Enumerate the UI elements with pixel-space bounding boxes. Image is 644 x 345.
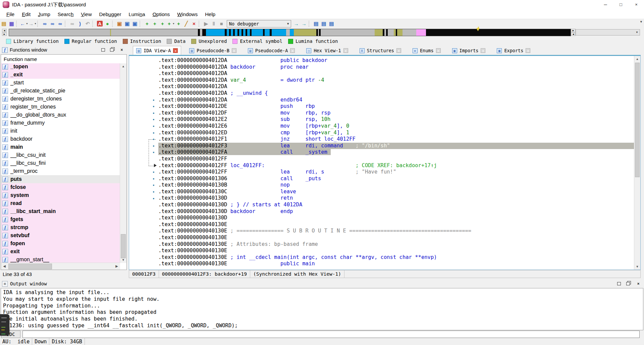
scroll-right-icon[interactable]: ▶ bbox=[113, 263, 120, 270]
function-row[interactable]: f__libc_start_main bbox=[1, 207, 120, 215]
tab-close-icon[interactable]: × bbox=[173, 48, 178, 53]
stop-process-icon[interactable]: ■ bbox=[218, 20, 225, 27]
menu-help[interactable]: Help bbox=[201, 10, 219, 18]
start-process-icon[interactable]: ▶ bbox=[202, 20, 210, 27]
search-text-icon[interactable]: ∞ bbox=[41, 20, 49, 27]
navigate-forward-icon[interactable]: →▼ bbox=[28, 20, 37, 27]
command-line-input[interactable] bbox=[22, 331, 640, 338]
cascade-windows-icon[interactable]: ▣ bbox=[131, 20, 139, 27]
function-row[interactable]: f__gmon_start__ bbox=[1, 256, 120, 263]
function-row[interactable]: f__libc_csu_init bbox=[1, 151, 120, 159]
tab-hex-view-1[interactable]: ○Hex View-1× bbox=[303, 46, 351, 55]
tab-close-icon[interactable]: × bbox=[436, 48, 441, 53]
function-row[interactable]: f_exit bbox=[1, 71, 120, 79]
add-bookmark-icon[interactable]: + bbox=[175, 20, 182, 27]
band-scroll-right-icon[interactable]: ▶ bbox=[2, 32, 7, 36]
disassembly-vertical-scrollbar[interactable]: ▲ ▼ bbox=[634, 56, 640, 270]
search-immediate-icon[interactable]: ∞ bbox=[56, 20, 64, 27]
function-row[interactable]: fread bbox=[1, 199, 120, 207]
scroll-down-icon[interactable]: ▼ bbox=[120, 257, 126, 263]
jump-crescent-icon[interactable]: ) bbox=[76, 20, 84, 27]
minimize-button[interactable]: ─ bbox=[598, 0, 613, 9]
create-function-icon[interactable]: + bbox=[143, 20, 151, 27]
edit-item-icon[interactable]: ╱ bbox=[182, 20, 190, 27]
maximize-button[interactable]: □ bbox=[613, 0, 629, 9]
function-row[interactable]: fregister_tm_clones bbox=[1, 103, 120, 111]
function-row[interactable]: f__do_global_dtors_aux bbox=[1, 111, 120, 119]
lumina-sphere-icon[interactable]: ● bbox=[104, 20, 111, 27]
horizontal-scroll-thumb[interactable] bbox=[8, 264, 52, 269]
functions-float-button[interactable] bbox=[109, 47, 116, 53]
function-row[interactable]: ffgets bbox=[1, 215, 120, 223]
function-row[interactable]: ffopen bbox=[1, 239, 120, 248]
tile-windows-icon[interactable]: ▣ bbox=[123, 20, 131, 27]
menu-debugger[interactable]: Debugger bbox=[96, 10, 125, 18]
toolbar-overflow-icon[interactable]: ▼ bbox=[640, 20, 643, 23]
function-row[interactable]: f_start bbox=[1, 79, 120, 87]
tab-close-icon[interactable]: × bbox=[290, 48, 295, 53]
output-float-button[interactable] bbox=[625, 281, 632, 287]
function-row[interactable]: fputs bbox=[1, 175, 120, 183]
vertical-scroll-thumb[interactable] bbox=[121, 234, 126, 258]
function-row[interactable]: fsystem bbox=[1, 191, 120, 199]
colors-icon[interactable]: A bbox=[96, 20, 104, 27]
function-row[interactable]: fstrcmp bbox=[1, 223, 120, 231]
undo-icon[interactable]: ↶ bbox=[84, 20, 92, 27]
tab-close-icon[interactable]: × bbox=[526, 48, 530, 53]
navigate-back-icon[interactable]: ←▼ bbox=[20, 20, 28, 27]
output-close-button[interactable]: × bbox=[635, 281, 642, 287]
step-over-icon[interactable]: → bbox=[300, 20, 308, 27]
tab-close-icon[interactable]: × bbox=[232, 48, 236, 53]
menu-view[interactable]: View bbox=[77, 10, 95, 18]
function-row[interactable]: fsetvbuf bbox=[1, 231, 120, 239]
output-log[interactable]: IDA is analysing the input file...You ma… bbox=[1, 288, 643, 330]
band-range-select[interactable]: ▼ bbox=[576, 29, 640, 36]
delete-item-icon[interactable]: × bbox=[190, 20, 198, 27]
tab-pseudocode-a[interactable]: ▤Pseudocode-A× bbox=[245, 46, 299, 55]
tab-exports[interactable]: ▦Exports× bbox=[493, 46, 534, 55]
scroll-up-icon[interactable]: ▲ bbox=[120, 63, 126, 69]
function-row[interactable]: fframe_dummy bbox=[1, 119, 120, 127]
functions-close-button[interactable]: × bbox=[118, 47, 125, 53]
function-row[interactable]: ffclose bbox=[1, 183, 120, 191]
menu-windows[interactable]: Windows bbox=[173, 10, 201, 18]
function-row[interactable]: finit bbox=[1, 127, 120, 135]
output-maximize-button[interactable] bbox=[615, 281, 623, 287]
windows-list-icon[interactable]: ▣ bbox=[116, 20, 123, 27]
debugger-select[interactable]: No debugger▼ bbox=[227, 20, 291, 27]
function-row[interactable]: f_term_proc bbox=[1, 167, 120, 175]
breakpoint-list-icon[interactable]: ▤ bbox=[312, 20, 320, 27]
function-row[interactable]: fderegister_tm_clones bbox=[1, 95, 120, 103]
menu-search[interactable]: Search bbox=[54, 10, 77, 18]
function-row[interactable]: fmain bbox=[1, 143, 120, 151]
band-scroll-left-icon[interactable]: ◀ bbox=[2, 29, 7, 32]
tab-structures[interactable]: AStructures× bbox=[356, 46, 405, 55]
functions-horizontal-scrollbar[interactable]: ◀ ▶ bbox=[1, 263, 120, 270]
navigation-band[interactable] bbox=[9, 29, 571, 36]
watch-list-icon[interactable]: ▤ bbox=[320, 20, 328, 27]
menu-options[interactable]: Options bbox=[149, 10, 174, 18]
band-zoom-in-icon[interactable]: ▶ bbox=[571, 29, 576, 32]
menu-lumina[interactable]: Lumina bbox=[125, 10, 149, 18]
tab-ida-view-a[interactable]: ▤IDA View-A× bbox=[133, 46, 181, 55]
tab-pseudocode-b[interactable]: ▤Pseudocode-B× bbox=[186, 46, 240, 55]
scroll-left-icon[interactable]: ◀ bbox=[1, 263, 8, 270]
function-row[interactable]: f__libc_csu_fini bbox=[1, 159, 120, 167]
function-row[interactable]: fexit bbox=[1, 248, 120, 256]
close-button[interactable]: × bbox=[629, 0, 644, 9]
save-file-icon[interactable]: ▦ bbox=[8, 20, 15, 27]
tab-close-icon[interactable]: × bbox=[396, 48, 401, 53]
create-segment-icon[interactable]: +▼ bbox=[166, 20, 175, 27]
functions-vertical-scrollbar[interactable]: ▲ ▼ bbox=[120, 63, 126, 263]
band-zoom-out-icon[interactable]: ◀ bbox=[571, 32, 576, 36]
scroll-up-icon[interactable]: ▲ bbox=[634, 56, 640, 62]
search-again-icon[interactable]: ∞ bbox=[68, 20, 76, 27]
function-row[interactable]: f_topen bbox=[1, 63, 120, 71]
disassembly-view[interactable]: .text:00000000004012DA public backdoor.t… bbox=[129, 56, 641, 270]
step-into-icon[interactable]: → bbox=[292, 20, 300, 27]
tab-imports[interactable]: ▦Imports× bbox=[449, 46, 489, 55]
tab-close-icon[interactable]: × bbox=[481, 48, 485, 53]
output-window-titlebar[interactable]: ≡ Output window × bbox=[0, 279, 644, 288]
functions-maximize-button[interactable] bbox=[99, 47, 107, 53]
search-next-text-icon[interactable]: ∞ bbox=[49, 20, 56, 27]
